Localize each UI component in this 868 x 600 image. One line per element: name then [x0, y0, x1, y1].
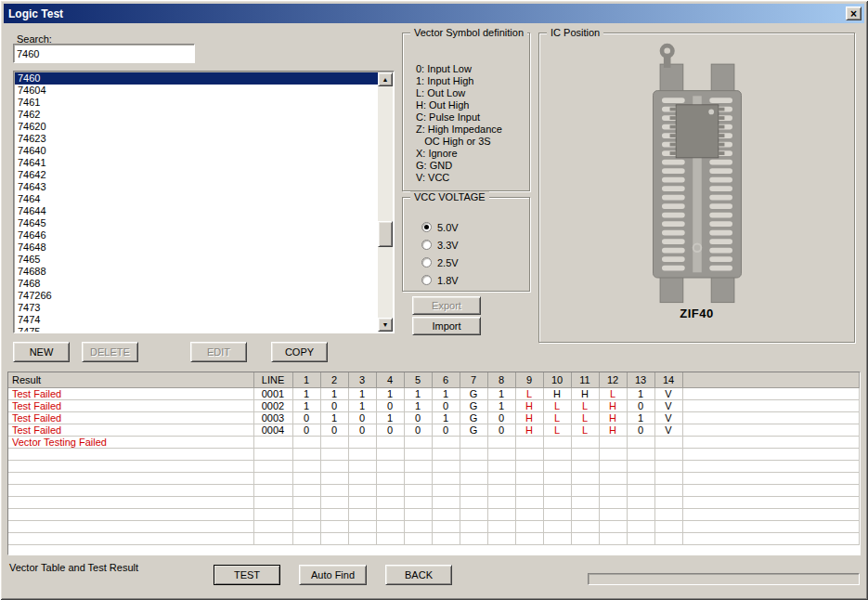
list-item-7460[interactable]: 7460	[15, 72, 378, 85]
radio-icon[interactable]	[421, 257, 432, 267]
vcc-option-label: 3.3V	[437, 240, 459, 251]
vector-cell	[627, 448, 654, 460]
vcc-option-1.8V[interactable]: 1.8V	[421, 271, 529, 289]
list-item-74642[interactable]: 74642	[15, 169, 378, 181]
vector-cell	[404, 484, 432, 496]
vector-cell	[654, 484, 682, 496]
search-input[interactable]	[13, 44, 195, 63]
line-cell	[253, 508, 292, 520]
vector-cell	[460, 484, 487, 496]
list-item-74620[interactable]: 74620	[15, 121, 378, 133]
vector-cell: G	[460, 399, 487, 411]
vector-cell	[627, 460, 654, 472]
vector-cell	[376, 532, 404, 544]
copy-button[interactable]: COPY	[271, 342, 328, 362]
back-button[interactable]: BACK	[385, 565, 452, 585]
filler-cell	[682, 484, 860, 496]
vector-cell	[376, 508, 404, 520]
line-cell: 0004	[253, 424, 292, 436]
list-item-74623[interactable]: 74623	[15, 133, 378, 145]
vector-cell	[292, 532, 320, 544]
list-item-74644[interactable]: 74644	[15, 205, 378, 217]
list-item-7465[interactable]: 7465	[15, 254, 378, 266]
export-button[interactable]: Export	[412, 296, 481, 315]
filler-cell	[682, 424, 860, 436]
filler-cell	[682, 496, 860, 508]
radio-selected-icon[interactable]	[421, 222, 432, 232]
progress-bar	[588, 573, 860, 585]
device-listbox[interactable]: 7460746047461746274620746237464074641746…	[13, 71, 395, 333]
list-item-7464[interactable]: 7464	[15, 193, 378, 205]
empty-row	[8, 484, 860, 496]
list-item-74648[interactable]: 74648	[15, 241, 378, 254]
filler-cell	[682, 448, 860, 460]
vector-cell: H	[515, 424, 543, 436]
close-button[interactable]: ×	[846, 7, 862, 20]
line-cell	[253, 436, 292, 448]
vcc-option-2.5V[interactable]: 2.5V	[421, 254, 529, 271]
list-item-7468[interactable]: 7468	[15, 278, 378, 290]
vector-cell	[599, 448, 627, 460]
vector-cell	[404, 472, 432, 484]
list-item-74645[interactable]: 74645	[15, 217, 378, 229]
vcc-voltage-group-title: VCC VOLTAGE	[410, 191, 489, 202]
list-item-7474[interactable]: 7474	[15, 314, 378, 326]
chip-pin1-dot	[708, 110, 714, 115]
list-item-74643[interactable]: 74643	[15, 181, 378, 193]
vector-cell	[515, 532, 543, 544]
vector-cell	[627, 484, 654, 496]
list-scrollbar[interactable]: ▲ ▼	[378, 72, 393, 332]
list-item-74688[interactable]: 74688	[15, 266, 378, 278]
vector-cell: 1	[432, 387, 460, 399]
import-button[interactable]: Import	[412, 317, 481, 335]
vector-cell	[487, 472, 515, 484]
filler-cell	[682, 387, 860, 399]
line-cell: 0002	[253, 399, 292, 411]
list-item-747266[interactable]: 747266	[15, 290, 378, 302]
result-row: Test Failed0003010101G0HLLH1V	[8, 411, 860, 424]
result-row: Test Failed0002101010G1HLLH0V	[8, 399, 860, 411]
vector-cell: V	[654, 399, 682, 411]
vector-cell: H	[571, 387, 599, 399]
vector-cell	[515, 472, 543, 484]
list-item-7475[interactable]: 7475	[15, 326, 378, 332]
result-cell	[8, 448, 253, 460]
vcc-option-5.0V[interactable]: 5.0V	[421, 218, 529, 236]
vector-cell	[571, 472, 599, 484]
vector-cell	[487, 532, 515, 544]
list-item-7462[interactable]: 7462	[15, 109, 378, 121]
zif-socket: ZIF40	[539, 39, 854, 342]
empty-row	[8, 496, 860, 508]
vcc-option-label: 2.5V	[437, 257, 459, 268]
test-button[interactable]: TEST	[214, 565, 280, 585]
list-item-74640[interactable]: 74640	[15, 145, 378, 157]
delete-button[interactable]: DELETE	[82, 342, 138, 362]
list-item-74646[interactable]: 74646	[15, 229, 378, 241]
radio-icon[interactable]	[421, 240, 432, 250]
list-item-7473[interactable]: 7473	[15, 302, 378, 314]
scroll-down-button[interactable]: ▼	[378, 318, 393, 332]
list-item-74604[interactable]: 74604	[15, 85, 378, 97]
vector-cell	[432, 532, 460, 544]
vector-cell	[460, 508, 487, 520]
edit-button[interactable]: EDIT	[190, 342, 247, 362]
scrollbar-thumb[interactable]	[378, 221, 393, 247]
list-item-7461[interactable]: 7461	[15, 97, 378, 109]
vector-cell	[543, 460, 571, 472]
vcc-option-3.3V[interactable]: 3.3V	[421, 236, 529, 254]
titlebar: Logic Test ×	[4, 4, 864, 23]
scrollbar-track[interactable]	[378, 86, 393, 318]
auto-find-button[interactable]: Auto Find	[299, 565, 367, 585]
list-item-74641[interactable]: 74641	[15, 157, 378, 169]
line-cell	[253, 448, 292, 460]
radio-icon[interactable]	[421, 275, 432, 285]
vector-cell: G	[460, 411, 487, 424]
vector-cell	[432, 460, 460, 472]
result-table: ResultLINE1234567891011121314Test Failed…	[7, 372, 861, 555]
vector-cell	[654, 496, 682, 508]
scroll-up-icon: ▲	[382, 76, 389, 83]
new-button[interactable]: NEW	[13, 342, 70, 362]
vector-cell	[292, 484, 320, 496]
scroll-up-button[interactable]: ▲	[378, 72, 393, 86]
vector-cell: 1	[487, 387, 515, 399]
